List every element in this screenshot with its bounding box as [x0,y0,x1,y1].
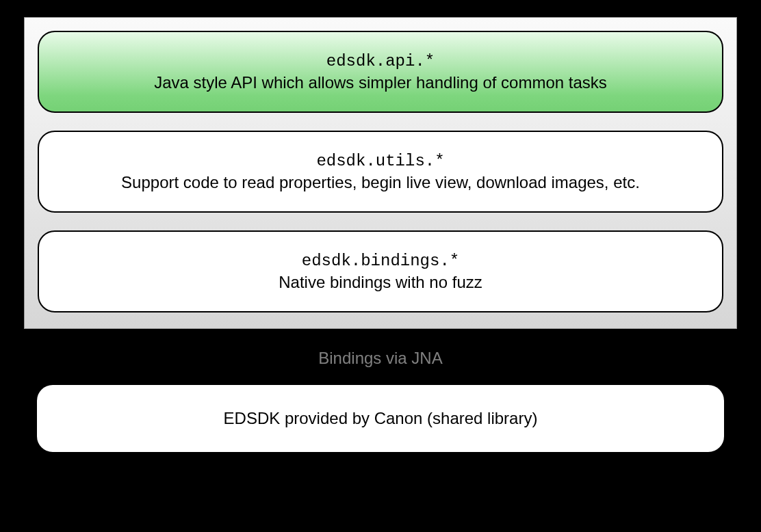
layer-bindings-box: edsdk.bindings.* Native bindings with no… [38,230,723,312]
layer-utils-desc: Support code to read properties, begin l… [121,172,640,193]
layer-api-desc: Java style API which allows simpler hand… [154,72,607,93]
layer-api-code: edsdk.api.* [326,51,435,72]
layer-bindings-desc: Native bindings with no fuzz [279,271,482,293]
edsdk-box: EDSDK provided by Canon (shared library) [36,384,725,453]
layer-utils-box: edsdk.utils.* Support code to read prope… [38,131,723,213]
edsdk-label: EDSDK provided by Canon (shared library) [224,409,538,428]
connector-label: Bindings via JNA [24,349,737,368]
layer-utils-code: edsdk.utils.* [316,150,444,172]
layer-bindings-code: edsdk.bindings.* [302,250,459,271]
layers-container: edsdk.api.* Java style API which allows … [24,17,737,329]
layer-api-box: edsdk.api.* Java style API which allows … [38,31,723,113]
